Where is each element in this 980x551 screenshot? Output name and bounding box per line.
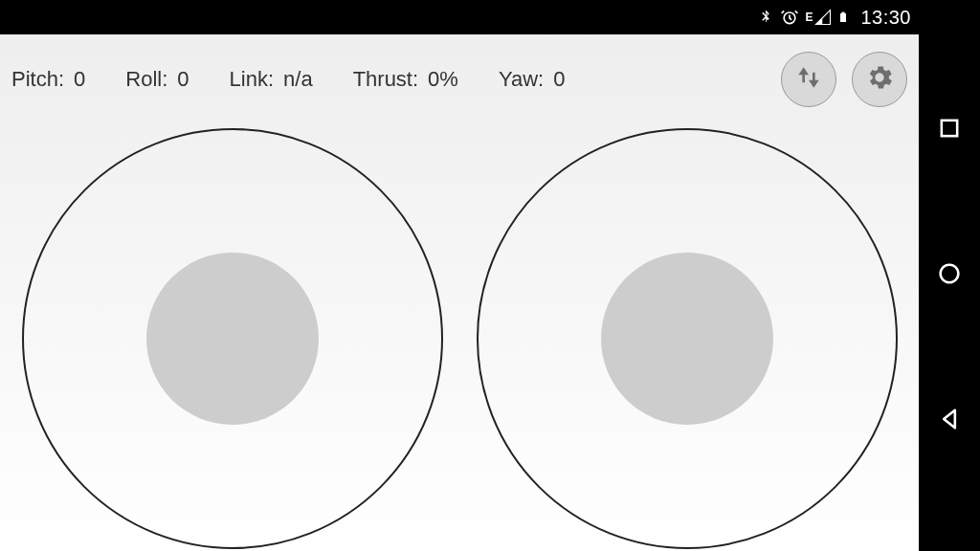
status-clock: 13:30 <box>860 7 911 29</box>
yaw-readout: Yaw: 0 <box>499 67 566 92</box>
top-bar: Pitch: 0 Roll: 0 Link: n/a Thrust: 0% Ya… <box>0 34 919 107</box>
app-screen: E 13:30 Pitch: 0 Roll: 0 Link: n/a Thrus… <box>0 0 919 551</box>
connect-button[interactable] <box>781 52 836 107</box>
link-value: n/a <box>283 67 313 92</box>
roll-readout: Roll: 0 <box>125 67 189 92</box>
battery-icon <box>837 8 849 27</box>
svg-rect-2 <box>842 12 845 14</box>
pitch-label: Pitch: <box>11 67 64 92</box>
link-readout: Link: n/a <box>230 67 313 92</box>
roll-label: Roll: <box>125 67 167 92</box>
left-joystick-knob[interactable] <box>146 253 319 425</box>
home-button[interactable] <box>926 253 972 298</box>
telemetry-readout: Pitch: 0 Roll: 0 Link: n/a Thrust: 0% Ya… <box>11 67 766 92</box>
back-button[interactable] <box>926 398 972 444</box>
joystick-area <box>0 107 919 551</box>
yaw-label: Yaw: <box>499 67 544 92</box>
bluetooth-icon <box>757 9 774 26</box>
thrust-readout: Thrust: 0% <box>353 67 458 92</box>
triangle-back-icon <box>936 406 963 436</box>
roll-value: 0 <box>177 67 189 92</box>
left-joystick[interactable] <box>22 128 443 549</box>
svg-rect-3 <box>942 121 957 136</box>
link-label: Link: <box>230 67 274 92</box>
svg-rect-1 <box>840 13 846 22</box>
android-status-bar: E 13:30 <box>0 0 919 34</box>
android-nav-bar <box>919 0 980 551</box>
right-joystick-knob[interactable] <box>601 253 773 425</box>
up-down-arrows-icon <box>793 62 824 97</box>
pitch-readout: Pitch: 0 <box>11 67 85 92</box>
thrust-label: Thrust: <box>353 67 418 92</box>
pitch-value: 0 <box>74 67 85 92</box>
right-joystick[interactable] <box>477 128 898 549</box>
thrust-value: 0% <box>428 67 458 92</box>
settings-button[interactable] <box>852 52 907 107</box>
yaw-value: 0 <box>553 67 565 92</box>
cell-signal-icon: E <box>805 9 832 26</box>
circle-icon <box>936 260 963 291</box>
network-type-letter: E <box>805 11 813 24</box>
square-icon <box>936 115 963 145</box>
recent-apps-button[interactable] <box>926 107 972 153</box>
gear-icon <box>864 62 895 97</box>
svg-point-4 <box>941 265 959 283</box>
alarm-icon <box>780 8 799 27</box>
